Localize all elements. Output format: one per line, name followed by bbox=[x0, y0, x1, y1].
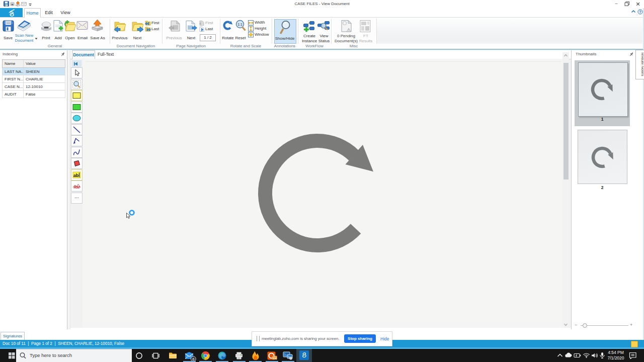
svg-text:1:1: 1:1 bbox=[237, 23, 243, 26]
svg-text:ab: ab bbox=[73, 172, 79, 177]
svg-text:Textual Notes: Textual Notes bbox=[640, 52, 643, 76]
svg-text:?: ? bbox=[639, 10, 641, 14]
svg-text:RM: RM bbox=[74, 185, 80, 190]
